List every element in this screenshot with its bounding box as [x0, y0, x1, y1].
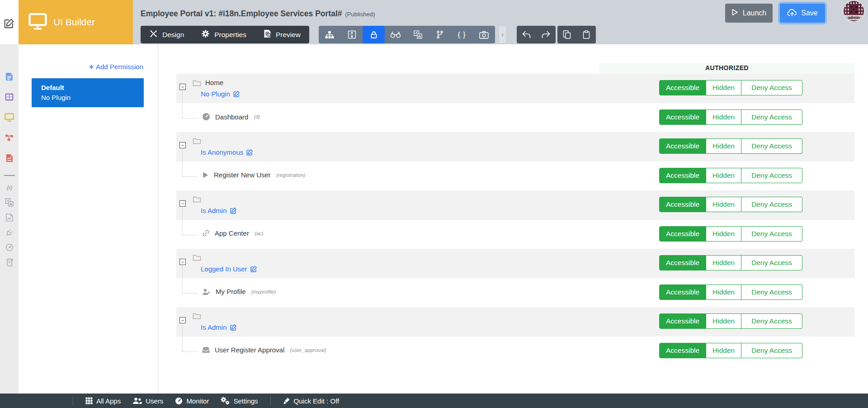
properties-button[interactable]: Properties — [193, 26, 255, 43]
permission-link[interactable]: Logged In User — [201, 265, 257, 273]
footer-divider — [270, 396, 271, 405]
access-option-deny-access[interactable]: Deny Access — [741, 285, 802, 300]
design-button[interactable]: Design — [141, 26, 193, 43]
paste-button[interactable] — [577, 26, 596, 43]
save-button[interactable]: Save — [780, 4, 825, 23]
access-toggle-group: AccessibleHiddenDeny Access — [659, 313, 802, 329]
tool-braces-icon[interactable]: { } — [451, 26, 473, 43]
rail-item-i18n-icon[interactable] — [5, 198, 14, 207]
user-avatar[interactable]: admin — [844, 1, 864, 21]
translate-icon — [414, 30, 422, 39]
access-option-accessible[interactable]: Accessible — [659, 109, 706, 125]
rail-item-form-icon[interactable] — [5, 72, 13, 81]
rail-item-resources-icon[interactable] — [6, 213, 13, 222]
tool-screens-icon[interactable] — [341, 26, 363, 43]
rail-item-process-icon[interactable] — [5, 133, 14, 142]
permission-link[interactable]: No Plugin — [201, 90, 240, 98]
access-option-deny-access[interactable]: Deny Access — [741, 138, 802, 154]
access-option-accessible[interactable]: Accessible — [659, 138, 706, 154]
menu-item[interactable]: Dashboard(d) — [202, 113, 260, 121]
footer-item-all-apps[interactable]: All Apps — [85, 397, 121, 405]
access-option-hidden[interactable]: Hidden — [706, 285, 741, 300]
permission-link[interactable]: Is Anonymous — [201, 148, 253, 156]
permission-link[interactable]: Is Admin — [201, 323, 237, 331]
footer-item-users[interactable]: Users — [132, 397, 163, 405]
preview-button[interactable]: Preview — [255, 26, 309, 43]
access-option-hidden[interactable]: Hidden — [706, 343, 741, 358]
redo-button[interactable] — [536, 26, 556, 43]
category-title: Home — [205, 79, 223, 86]
copy-button[interactable] — [557, 26, 577, 43]
access-option-accessible[interactable]: Accessible — [659, 197, 706, 212]
permission-link-label: Is Admin — [201, 207, 227, 214]
edit-pencil-icon[interactable] — [4, 18, 14, 30]
settings-icon — [221, 397, 230, 405]
collapse-toggle[interactable]: − — [179, 259, 186, 265]
menu-item[interactable]: Register New User(registration) — [202, 171, 305, 179]
permission-link[interactable]: Is Admin — [201, 207, 237, 214]
tool-branch-icon[interactable] — [429, 26, 451, 43]
footer-item-monitor[interactable]: Monitor — [175, 397, 209, 405]
collapse-toggle[interactable]: − — [179, 200, 186, 207]
menu-item[interactable]: My Profile(myprofile) — [202, 288, 276, 295]
footer-item-quick-edit-off[interactable]: Quick Edit : Off — [283, 397, 340, 405]
access-option-accessible[interactable]: Accessible — [659, 255, 706, 270]
add-permission-link[interactable]: +Add Permission — [19, 62, 143, 71]
access-option-hidden[interactable]: Hidden — [706, 226, 741, 242]
category-line — [193, 312, 201, 319]
access-option-deny-access[interactable]: Deny Access — [741, 255, 802, 270]
copy-paste-group — [557, 26, 596, 43]
access-option-hidden[interactable]: Hidden — [706, 255, 741, 270]
tool-binoculars-icon[interactable] — [385, 26, 407, 43]
tree-connector — [182, 266, 183, 278]
bottom-bar: All AppsUsersMonitorSettingsQuick Edit :… — [0, 394, 868, 408]
tool-sitemap-icon[interactable] — [319, 26, 341, 43]
access-option-hidden[interactable]: Hidden — [706, 80, 741, 95]
rail-item-performance-icon[interactable] — [5, 243, 14, 251]
access-option-hidden[interactable]: Hidden — [706, 197, 741, 212]
access-option-accessible[interactable]: Accessible — [659, 226, 706, 242]
access-option-accessible[interactable]: Accessible — [659, 313, 706, 329]
menu-permission-tree: AUTHORIZED −HomeNo PluginAccessibleHidde… — [158, 44, 868, 394]
launch-button[interactable]: Launch — [725, 4, 773, 23]
rail-item-license-icon[interactable] — [6, 258, 13, 266]
rail-item-variable-icon[interactable]: {x} — [6, 183, 12, 192]
access-option-hidden[interactable]: Hidden — [706, 313, 741, 329]
access-option-accessible[interactable]: Accessible — [659, 80, 706, 95]
collapse-toggle[interactable]: − — [179, 142, 186, 148]
collapse-toggle[interactable]: − — [179, 84, 186, 90]
access-option-accessible[interactable]: Accessible — [659, 168, 706, 183]
rail-item-datalist-icon[interactable] — [5, 93, 14, 101]
access-option-deny-access[interactable]: Deny Access — [741, 109, 802, 125]
undo-button[interactable] — [517, 26, 536, 43]
folder-icon — [193, 137, 201, 144]
access-option-deny-access[interactable]: Deny Access — [741, 168, 802, 183]
access-option-hidden[interactable]: Hidden — [706, 109, 741, 125]
access-option-hidden[interactable]: Hidden — [706, 138, 741, 154]
access-option-accessible[interactable]: Accessible — [659, 343, 706, 358]
access-option-hidden[interactable]: Hidden — [706, 168, 741, 183]
access-option-deny-access[interactable]: Deny Access — [741, 226, 802, 242]
rail-item-plugin-icon[interactable] — [5, 228, 14, 237]
menu-item[interactable]: User Register Approval(user_approval) — [202, 346, 326, 354]
access-toggle-group: AccessibleHiddenDeny Access — [659, 343, 802, 358]
footer-item-settings[interactable]: Settings — [221, 397, 258, 405]
menu-item[interactable]: App Center(ac) — [202, 229, 264, 237]
rail-item-userview-icon[interactable] — [5, 113, 14, 122]
form-icon — [5, 72, 13, 81]
rail-item-report-icon[interactable] — [6, 154, 13, 162]
undo-redo-group — [517, 26, 556, 43]
tool-camera-icon[interactable] — [473, 26, 495, 43]
footer-item-label: Users — [146, 397, 163, 405]
tool-lock-icon[interactable] — [363, 26, 385, 43]
collapse-toggle[interactable]: − — [179, 317, 186, 323]
toolbar-scroll-right-chevron[interactable]: › — [499, 26, 506, 43]
design-icon — [149, 29, 158, 40]
access-option-deny-access[interactable]: Deny Access — [741, 80, 802, 95]
access-option-deny-access[interactable]: Deny Access — [741, 343, 802, 358]
access-option-deny-access[interactable]: Deny Access — [741, 197, 802, 212]
access-option-deny-access[interactable]: Deny Access — [741, 313, 802, 329]
tool-translate-icon[interactable] — [407, 26, 429, 43]
access-option-accessible[interactable]: Accessible — [659, 285, 706, 300]
permission-card-default[interactable]: Default No Plugin — [32, 78, 144, 107]
